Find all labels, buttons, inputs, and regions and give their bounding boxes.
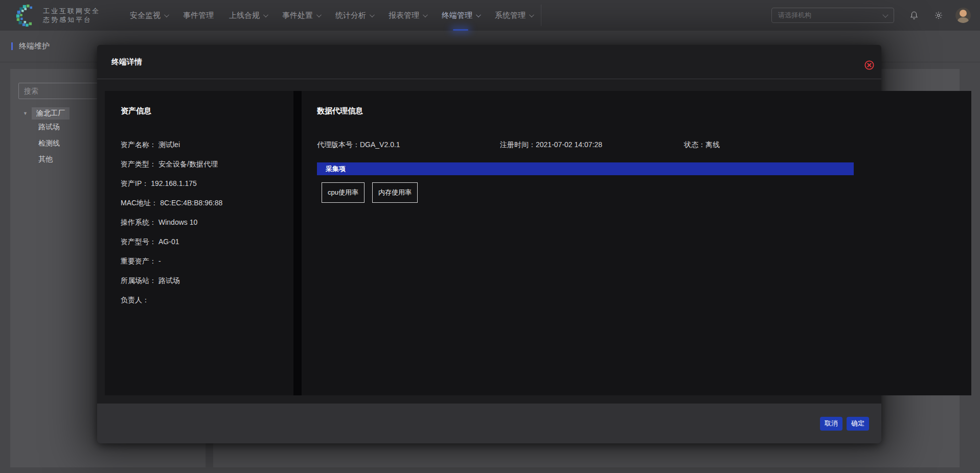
collection-item-memory[interactable]: 内存使用率 bbox=[372, 182, 418, 203]
notification-bell-icon[interactable] bbox=[909, 11, 919, 20]
chevron-down-icon bbox=[263, 12, 268, 17]
tree-root-label: 渝北工厂 bbox=[32, 107, 70, 120]
nav-label: 安全监视 bbox=[130, 11, 161, 20]
status-value: 离线 bbox=[705, 140, 720, 149]
nav-item-report-management[interactable]: 报表管理 bbox=[389, 0, 426, 31]
breadcrumb-accent-bar bbox=[11, 42, 13, 50]
chevron-down-icon bbox=[370, 12, 375, 17]
user-avatar[interactable] bbox=[955, 8, 971, 23]
screen: 工业互联网安全 态势感知平台 安全监视 事件管理 上线合规 事件处置 统计分析 … bbox=[0, 0, 980, 473]
collection-items: cpu使用率 内存使用率 bbox=[322, 182, 418, 203]
nav-label: 上线合规 bbox=[229, 11, 260, 20]
nav-label: 事件管理 bbox=[183, 11, 214, 20]
tree-node-child[interactable]: 路试场 bbox=[38, 123, 60, 132]
nav-item-terminal-management[interactable]: 终端管理 bbox=[442, 0, 480, 31]
breadcrumb: 终端维护 bbox=[19, 41, 50, 51]
close-icon[interactable] bbox=[864, 60, 874, 70]
top-nav: 工业互联网安全 态势感知平台 安全监视 事件管理 上线合规 事件处置 统计分析 … bbox=[0, 0, 980, 31]
field-station: 所属场站：路试场 bbox=[121, 275, 222, 286]
field-asset-name: 资产名称：测试lei bbox=[121, 139, 222, 150]
tree-node-root[interactable]: ▼ 渝北工厂 bbox=[23, 107, 70, 120]
asset-fields: 资产名称：测试lei 资产类型：安全设备/数据代理 资产IP：192.168.1… bbox=[121, 139, 222, 305]
app-logo: 工业互联网安全 态势感知平台 bbox=[15, 4, 100, 27]
nav-item-security-monitor[interactable]: 安全监视 bbox=[130, 0, 168, 31]
nav-item-event-management[interactable]: 事件管理 bbox=[183, 0, 214, 31]
nav-item-event-handling[interactable]: 事件处置 bbox=[282, 0, 320, 31]
chevron-down-icon bbox=[476, 12, 481, 17]
tree-node-label: 检测线 bbox=[38, 139, 60, 148]
chevron-down-icon bbox=[316, 12, 322, 17]
nav-item-system-management[interactable]: 系统管理 bbox=[495, 0, 533, 31]
modal-title: 终端详情 bbox=[111, 57, 142, 67]
cancel-button[interactable]: 取消 bbox=[820, 417, 842, 431]
org-select[interactable]: 请选择机构 bbox=[771, 8, 894, 23]
settings-gear-icon[interactable] bbox=[934, 11, 943, 20]
nav-label: 事件处置 bbox=[282, 11, 313, 20]
nav-right-controls: 请选择机构 bbox=[771, 8, 980, 23]
nav-divider bbox=[541, 5, 541, 26]
field-asset-type: 资产类型：安全设备/数据代理 bbox=[121, 159, 222, 169]
field-owner: 负责人： bbox=[121, 295, 222, 305]
tree-node-child[interactable]: 其他 bbox=[38, 155, 53, 164]
field-asset-model: 资产型号：AG-01 bbox=[121, 236, 222, 247]
nav-label: 统计分析 bbox=[335, 11, 366, 20]
modal-footer: 取消 确定 bbox=[97, 404, 881, 443]
logo-icon bbox=[15, 4, 38, 27]
confirm-button[interactable]: 确定 bbox=[847, 417, 869, 431]
field-mac-address: MAC地址：8C:EC:4B:B8:96:88 bbox=[121, 198, 222, 208]
nav-label: 终端管理 bbox=[442, 11, 472, 20]
nav-label: 报表管理 bbox=[389, 11, 419, 20]
modal-header: 终端详情 bbox=[97, 45, 881, 79]
chevron-down-icon bbox=[529, 12, 534, 17]
agent-info-title: 数据代理信息 bbox=[317, 106, 363, 116]
field-important-asset: 重要资产：- bbox=[121, 256, 222, 266]
asset-info-title: 资产信息 bbox=[121, 106, 151, 116]
tree-node-label: 路试场 bbox=[38, 123, 60, 132]
nav-item-statistics[interactable]: 统计分析 bbox=[335, 0, 373, 31]
tree-expand-icon[interactable]: ▼ bbox=[23, 111, 28, 116]
tree-node-child[interactable]: 检测线 bbox=[38, 139, 60, 148]
chevron-down-icon bbox=[882, 12, 888, 17]
field-asset-ip: 资产IP：192.168.1.175 bbox=[121, 178, 222, 188]
agent-info-panel: 数据代理信息 代理版本号：DGA_V2.0.1 注册时间：2021-07-02 … bbox=[302, 91, 971, 395]
modal-body: 资产信息 资产名称：测试lei 资产类型：安全设备/数据代理 资产IP：192.… bbox=[97, 79, 881, 403]
org-select-placeholder: 请选择机构 bbox=[778, 11, 811, 19]
collection-items-header: 采集项 bbox=[317, 162, 854, 175]
field-os: 操作系统：Windows 10 bbox=[121, 217, 222, 227]
nav-label: 系统管理 bbox=[495, 11, 526, 20]
panel-divider bbox=[293, 91, 302, 395]
logo-text: 工业互联网安全 态势感知平台 bbox=[43, 7, 100, 24]
terminal-detail-modal: 终端详情 资产信息 资产名称：测试lei 资产类型：安全设备/数据代理 bbox=[97, 45, 881, 443]
chevron-down-icon bbox=[423, 12, 428, 17]
field-agent-version: 代理版本号：DGA_V2.0.1 bbox=[317, 139, 400, 150]
asset-info-panel: 资产信息 资产名称：测试lei 资产类型：安全设备/数据代理 资产IP：192.… bbox=[105, 91, 293, 395]
field-register-time: 注册时间：2021-07-02 14:07:28 bbox=[500, 139, 602, 150]
field-status: 状态：离线 bbox=[684, 139, 720, 150]
collection-item-cpu[interactable]: cpu使用率 bbox=[322, 182, 364, 203]
nav-item-online-compliance[interactable]: 上线合规 bbox=[229, 0, 267, 31]
tree-node-label: 其他 bbox=[38, 155, 53, 164]
chevron-down-icon bbox=[164, 12, 169, 17]
